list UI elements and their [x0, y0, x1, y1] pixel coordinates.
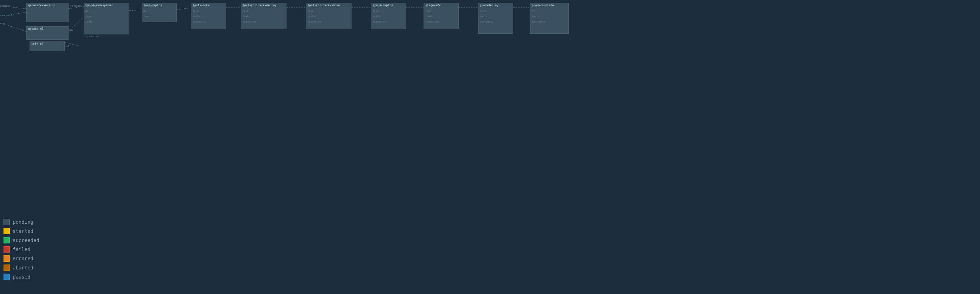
- res-tools-in-pd: tools: [480, 15, 487, 18]
- legend-label-errored: errored: [13, 256, 33, 261]
- job-prod-deploy[interactable]: prod-deploy: [478, 3, 513, 34]
- res-tools-in-pc: tools: [532, 15, 539, 18]
- legend-color-started: [3, 228, 10, 234]
- res-m2-out-im2: m2: [66, 45, 69, 48]
- res-tools-in-se: tools: [425, 15, 433, 18]
- res-repo-in-trs: repo: [307, 10, 313, 13]
- res-m2-in-ts: m2: [192, 5, 196, 7]
- res-tools-in-sd: tools: [372, 15, 380, 18]
- res-m2-in-se: m2: [425, 5, 428, 7]
- legend-item-failed: failed: [3, 246, 39, 253]
- res-repo-in-td: repo: [143, 15, 150, 18]
- legend-label-succeeded: succeeded: [13, 237, 39, 243]
- legend-item-pending: pending: [3, 219, 39, 225]
- legend-label-pending: pending: [13, 219, 33, 225]
- job-update-m2[interactable]: update-m2: [26, 26, 68, 40]
- res-tools-in-ts: tools: [192, 15, 200, 18]
- svg-line-7: [177, 8, 191, 10]
- legend-label-failed: failed: [13, 246, 30, 252]
- res-m2-in-bau: m2: [86, 10, 88, 13]
- res-repo-in-se: repo: [425, 10, 431, 13]
- res-concourse-in-pc: concourse: [532, 21, 545, 23]
- legend-color-failed: [3, 246, 10, 253]
- job-generate-version[interactable]: generate-version: [26, 3, 68, 22]
- res-m2-in-td: m2: [143, 10, 146, 13]
- res-m2-in-trs: m2: [307, 5, 310, 7]
- res-m2-in-pd: m2: [480, 5, 483, 7]
- svg-line-6: [129, 10, 142, 11]
- res-version-out-gv: version: [70, 5, 81, 7]
- res-repo-in-bau: repo: [86, 15, 91, 18]
- legend-color-aborted: [3, 264, 10, 271]
- legend-item-aborted: aborted: [3, 264, 39, 271]
- job-prod-complete[interactable]: prod-complete: [530, 3, 569, 34]
- res-tools-in-bau: tools: [86, 21, 93, 23]
- res-m2-out-um2: m2: [70, 29, 73, 32]
- legend-item-succeeded: succeeded: [3, 237, 39, 243]
- res-concourse-in-se: concourse: [425, 21, 439, 23]
- res-m2-in-trd: m2: [243, 5, 245, 7]
- legend-color-errored: [3, 255, 10, 262]
- legend-color-paused: [3, 273, 10, 280]
- res-version-in-td: version: [143, 5, 154, 7]
- legend-color-pending: [3, 219, 10, 225]
- res-concourse-in-trd: concourse: [243, 21, 256, 23]
- res-version-in-bau: version: [86, 5, 96, 7]
- legend-label-started: started: [13, 228, 33, 234]
- res-concourse-in-ts: concourse: [192, 21, 206, 23]
- resource-concourse-label: concourse: [0, 14, 13, 17]
- legend-label-aborted: aborted: [13, 265, 33, 270]
- legend-label-paused: paused: [13, 274, 30, 280]
- job-init-m2[interactable]: init-m2: [30, 41, 65, 51]
- resource-repo-label: repo: [0, 22, 6, 25]
- res-concourse-in-sd: concourse: [372, 21, 386, 23]
- pipeline-canvas: version concourse repo generate-version …: [0, 0, 980, 70]
- res-tools-in-trs: tools: [307, 15, 315, 18]
- res-concourse-in-pd: concourse: [480, 21, 493, 23]
- res-concourse-out-bau: concourse: [86, 35, 99, 38]
- res-repo-in-trd: repo: [243, 10, 248, 13]
- legend-item-paused: paused: [3, 273, 39, 280]
- legend: pending started succeeded failed errored…: [3, 219, 39, 280]
- res-repo-in-pd: repo: [480, 10, 486, 13]
- res-concourse-in-trs: concourse: [307, 21, 321, 23]
- res-m2-in-sd: m2: [372, 5, 375, 7]
- legend-item-started: started: [3, 228, 39, 234]
- res-repo-in-sd: repo: [372, 10, 379, 13]
- job-build-and-upload[interactable]: build-and-upload: [84, 3, 129, 35]
- res-tools-in-trd: tools: [243, 15, 250, 18]
- resource-version-label: version: [0, 5, 11, 7]
- res-repo-in-pc: repo: [532, 5, 538, 7]
- res-m2-in-pc: m2: [532, 10, 535, 13]
- res-repo-in-ts: repo: [192, 10, 199, 13]
- legend-color-succeeded: [3, 237, 10, 243]
- svg-line-2: [3, 24, 26, 32]
- legend-item-errored: errored: [3, 255, 39, 262]
